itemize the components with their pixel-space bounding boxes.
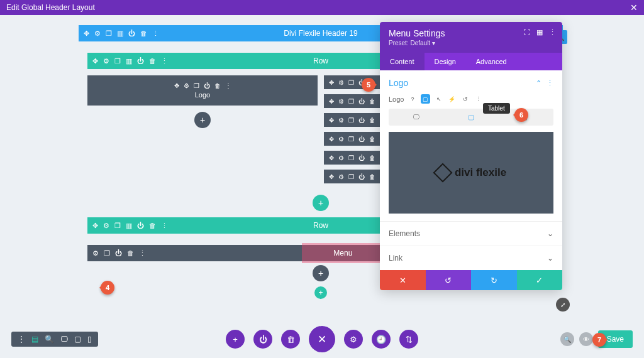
add-button[interactable]: + (226, 330, 245, 349)
panel-header: Menu Settings Preset: Default ▾ ⛶ ▦ ⋮ (380, 22, 562, 53)
section-label: Divi Flexile Header 19 (284, 29, 357, 38)
close-icon[interactable]: ✕ (630, 3, 638, 13)
dots-icon[interactable]: ⋮ (549, 28, 556, 36)
dots-icon[interactable]: ⋮ (161, 222, 168, 230)
phone-icon[interactable]: ▯ (87, 335, 92, 344)
dots-icon[interactable]: ⋮ (547, 79, 553, 87)
dots-icon[interactable]: ⋮ (139, 249, 146, 258)
window-title-bar: Edit Global Header Layout ✕ (0, 0, 644, 15)
desktop-icon[interactable]: 🖵 (60, 335, 68, 344)
accordion-label: Link (389, 254, 402, 263)
chevron-down-icon: ⌄ (547, 229, 553, 238)
tab-content[interactable]: Content (380, 53, 425, 70)
trash-icon[interactable]: 🗑 (149, 222, 156, 230)
group-label: Logo (389, 78, 408, 88)
logo-module[interactable]: ✥ ⚙ ❐ ⏻ 🗑 ⋮ Logo (87, 75, 318, 106)
menu-highlight: Menu (302, 243, 384, 263)
dots-icon[interactable]: ⋮ (152, 30, 159, 38)
gear-icon[interactable]: ⚙ (103, 57, 109, 65)
trash-icon[interactable]: 🗑 (214, 82, 221, 89)
panel-footer: ✕ ↺ ↻ ✓ (380, 270, 562, 290)
search-button[interactable]: 🔍 (560, 332, 574, 346)
accordion-link[interactable]: Link ⌄ (380, 246, 562, 270)
callout-4: 4 (101, 281, 114, 295)
duplicate-icon[interactable]: ❐ (194, 82, 199, 89)
columns-icon[interactable]: ▥ (126, 222, 132, 230)
gear-icon[interactable]: ⚙ (184, 82, 189, 89)
move-icon[interactable]: ✥ (174, 82, 179, 89)
sort-button[interactable]: ⇅ (399, 330, 418, 349)
add-row-button[interactable]: + (313, 195, 329, 211)
responsive-icon[interactable]: ▢ (421, 94, 430, 104)
reset-icon[interactable]: ↺ (460, 94, 470, 104)
trash-icon[interactable]: 🗑 (140, 30, 147, 38)
hover-icon[interactable]: ↖ (434, 94, 443, 104)
close-builder-button[interactable]: ✕ (309, 326, 335, 352)
dots-icon[interactable]: ⋮ (474, 94, 483, 104)
history-button[interactable]: 🕘 (372, 330, 391, 349)
group-controls: ⌃ ⋮ (536, 79, 553, 87)
preview-brand: divi flexile (436, 166, 506, 180)
save-icon[interactable]: ⏻ (137, 222, 144, 230)
chevron-up-icon[interactable]: ⌃ (536, 79, 541, 87)
duplicate-icon[interactable]: ❐ (114, 57, 121, 65)
logo-preview[interactable]: divi flexile (389, 132, 553, 214)
move-icon[interactable]: ✥ (84, 30, 89, 38)
trash-icon[interactable]: 🗑 (127, 249, 134, 258)
cancel-button[interactable]: ✕ (380, 270, 426, 290)
visibility-button[interactable]: 👁 (579, 332, 593, 346)
device-desktop[interactable]: 🖵 (389, 109, 443, 126)
field-label: Logo (389, 95, 404, 103)
gear-icon[interactable]: ⚙ (94, 30, 101, 38)
bottom-center-tools: + ⏻ 🗑 ✕ ⚙ 🕘 ⇅ (226, 326, 418, 352)
columns-icon[interactable]: ▥ (126, 57, 132, 65)
panel-header-icons: ⛶ ▦ ⋮ (523, 28, 556, 36)
columns-icon[interactable]: ▥ (117, 30, 123, 38)
tablet-icon[interactable]: ▢ (74, 335, 81, 344)
device-tabs: 🖵 ▢ ▯ (389, 109, 553, 126)
gear-icon[interactable]: ⚙ (103, 222, 109, 230)
duplicate-icon[interactable]: ❐ (104, 249, 110, 258)
add-module-button[interactable]: + (194, 112, 211, 128)
menu-label: Menu (333, 249, 352, 258)
trash-button[interactable]: 🗑 (281, 330, 300, 349)
dots-icon[interactable]: ⋮ (225, 82, 231, 89)
group-logo[interactable]: Logo ⌃ ⋮ (389, 78, 553, 88)
panel-tabs: Content Design Advanced (380, 53, 562, 70)
grid-icon[interactable]: ▦ (536, 28, 543, 36)
zoom-icon[interactable]: 🔍 (45, 335, 54, 344)
panel-body: Logo ⌃ ⋮ Logo ? ▢ ↖ ⚡ ↺ ⋮ 🖵 ▢ ▯ divi fle… (380, 70, 562, 221)
save-icon[interactable]: ⏻ (137, 57, 144, 65)
undo-button[interactable]: ↺ (426, 270, 472, 290)
help-icon[interactable]: ? (408, 94, 417, 104)
resize-handle-icon[interactable]: ⤢ (556, 298, 570, 312)
brand-text: divi flexile (455, 166, 506, 179)
accordion-label: Elements (389, 229, 420, 238)
confirm-button[interactable]: ✓ (517, 270, 563, 290)
panel-preset[interactable]: Preset: Default ▾ (389, 40, 553, 46)
redo-button[interactable]: ↻ (471, 270, 517, 290)
row-tools: ✥ ⚙ ❐ ▥ ⏻ 🗑 ⋮ (92, 57, 168, 65)
move-icon[interactable]: ✥ (92, 222, 98, 230)
power-button[interactable]: ⏻ (253, 330, 272, 349)
duplicate-icon[interactable]: ❐ (114, 222, 121, 230)
dots-icon[interactable]: ⋮ (18, 335, 25, 344)
settings-button[interactable]: ⚙ (344, 330, 363, 349)
save-icon[interactable]: ⏻ (204, 82, 210, 89)
gear-icon[interactable]: ⚙ (92, 249, 99, 258)
expand-icon[interactable]: ⛶ (523, 28, 530, 36)
add-module-button[interactable]: + (313, 265, 329, 281)
move-icon[interactable]: ✥ (92, 57, 98, 65)
tab-advanced[interactable]: Advanced (466, 53, 517, 70)
trash-icon[interactable]: 🗑 (149, 57, 156, 65)
tab-design[interactable]: Design (425, 53, 466, 70)
save-icon[interactable]: ⏻ (115, 249, 122, 258)
dots-icon[interactable]: ⋮ (161, 57, 168, 65)
accordion-elements[interactable]: Elements ⌄ (380, 221, 562, 246)
wireframe-icon[interactable]: ▤ (31, 335, 38, 344)
duplicate-icon[interactable]: ❐ (106, 30, 112, 38)
tablet-tooltip: Tablet (483, 103, 510, 114)
save-icon[interactable]: ⏻ (128, 30, 135, 38)
add-row-button[interactable]: + (314, 286, 327, 299)
dynamic-icon[interactable]: ⚡ (447, 94, 457, 104)
